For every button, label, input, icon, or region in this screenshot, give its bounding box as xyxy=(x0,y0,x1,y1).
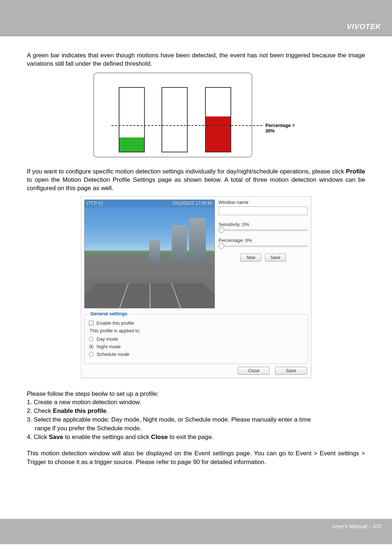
day-mode-radio[interactable] xyxy=(89,337,94,341)
timestamp: 2011/03/21 17:08:56 xyxy=(172,201,212,207)
threshold-label: Percentage = 30% xyxy=(265,123,299,134)
enable-profile-checkbox[interactable] xyxy=(89,321,94,325)
step-1: 1. Create a new motion detection window. xyxy=(27,398,365,407)
day-mode-row: Day mode xyxy=(89,336,303,342)
step-3b: range if you prefer the Schedule mode. xyxy=(27,424,365,433)
bar-3-fill xyxy=(206,116,230,152)
percentage-slider[interactable] xyxy=(219,245,308,247)
night-mode-radio[interactable] xyxy=(89,344,94,349)
text: If you want to configure specific motion… xyxy=(27,168,346,175)
page-number: 103 xyxy=(372,523,381,529)
text: to open the Motion Detection Profile Set… xyxy=(27,176,365,192)
page-content: A green bar indicates that even though m… xyxy=(0,36,392,467)
stream-label: (TCP-V) xyxy=(87,201,103,207)
threshold-line xyxy=(111,125,262,126)
percentage-control: Percentage: 0% xyxy=(219,238,308,247)
bottom-button-row: Close Save xyxy=(84,367,308,375)
text: 4. Click xyxy=(27,434,49,440)
bottom-save-button[interactable]: Save xyxy=(275,367,307,375)
footer-text: User's Manual - 103 xyxy=(332,523,381,529)
sensitivity-label: Sensitivity: 0% xyxy=(219,222,308,227)
bar-1-fill xyxy=(119,138,144,152)
text-bold: Save xyxy=(49,434,63,440)
bar-2 xyxy=(162,87,188,152)
preview-header: (TCP-V) 2011/03/21 17:08:56 xyxy=(85,200,215,208)
text: . xyxy=(106,407,108,414)
paragraph-final: This motion detection window will also b… xyxy=(27,449,365,467)
step-4: 4. Click Save to enable the settings and… xyxy=(27,433,365,442)
paragraph-profile: If you want to configure specific motion… xyxy=(27,168,365,193)
steps-block: Please follow the steps beolw to set up … xyxy=(27,390,365,442)
text-bold: Close xyxy=(151,434,168,440)
general-settings-legend: General settings xyxy=(88,311,130,316)
applied-to-label: This profile is applied to: xyxy=(90,328,303,333)
enable-profile-label: Enable this profile xyxy=(97,320,134,326)
text: to exit the page. xyxy=(168,434,213,440)
enable-profile-row: Enable this profile xyxy=(89,320,303,326)
day-mode-label: Day mode xyxy=(97,336,118,342)
bar-1 xyxy=(119,87,145,152)
building-shape xyxy=(149,240,160,265)
general-settings-fieldset: General settings Enable this profile Thi… xyxy=(84,314,308,364)
window-name-label: Window name xyxy=(219,200,308,205)
new-button[interactable]: New xyxy=(240,254,261,262)
profile-settings-panel: (TCP-V) 2011/03/21 17:08:56 Window name … xyxy=(81,196,311,378)
close-button[interactable]: Close xyxy=(238,367,270,375)
step-3a: 3. Select the applicable mode: Day mode,… xyxy=(27,415,365,424)
schedule-mode-label: Schedule mode xyxy=(97,352,129,357)
night-mode-label: Night mode xyxy=(97,344,121,349)
road-shape xyxy=(84,283,215,308)
text-bold: Profile xyxy=(346,168,365,175)
bar-3 xyxy=(205,87,231,152)
side-controls: Window name Sensitivity: 0% Percentage: … xyxy=(219,200,308,308)
steps-intro: Please follow the steps beolw to set up … xyxy=(27,390,365,398)
video-preview: (TCP-V) 2011/03/21 17:08:56 xyxy=(84,200,215,308)
text: to enable the settings and click xyxy=(63,434,151,440)
brand-label: VIVOTEK xyxy=(347,22,381,31)
footer-label: User's Manual - xyxy=(332,523,372,529)
save-button[interactable]: Save xyxy=(265,254,286,262)
night-mode-row: Night mode xyxy=(89,344,303,349)
schedule-mode-row: Schedule mode xyxy=(89,352,303,357)
text: 2. Check xyxy=(27,407,53,414)
paragraph-intro: A green bar indicates that even though m… xyxy=(27,52,365,68)
sensitivity-control: Sensitivity: 0% xyxy=(219,222,308,231)
building-shape xyxy=(172,225,187,265)
new-save-row: New Save xyxy=(219,254,308,262)
sensitivity-slider[interactable] xyxy=(219,229,308,231)
threshold-chart: Percentage = 30% xyxy=(93,73,299,157)
panel-top: (TCP-V) 2011/03/21 17:08:56 Window name … xyxy=(84,200,308,308)
step-2: 2. Check Enable this profile. xyxy=(27,407,365,415)
footer-bar: User's Manual - 103 xyxy=(0,519,392,544)
percentage-label: Percentage: 0% xyxy=(219,238,308,243)
slider-thumb[interactable] xyxy=(219,227,224,233)
slider-thumb[interactable] xyxy=(219,243,224,249)
chart-frame xyxy=(93,73,252,157)
building-shape xyxy=(189,218,206,265)
window-name-input[interactable] xyxy=(219,206,308,215)
header-bar: VIVOTEK xyxy=(0,0,392,36)
text-bold: Enable this profile xyxy=(53,407,106,414)
schedule-mode-radio[interactable] xyxy=(89,352,94,357)
